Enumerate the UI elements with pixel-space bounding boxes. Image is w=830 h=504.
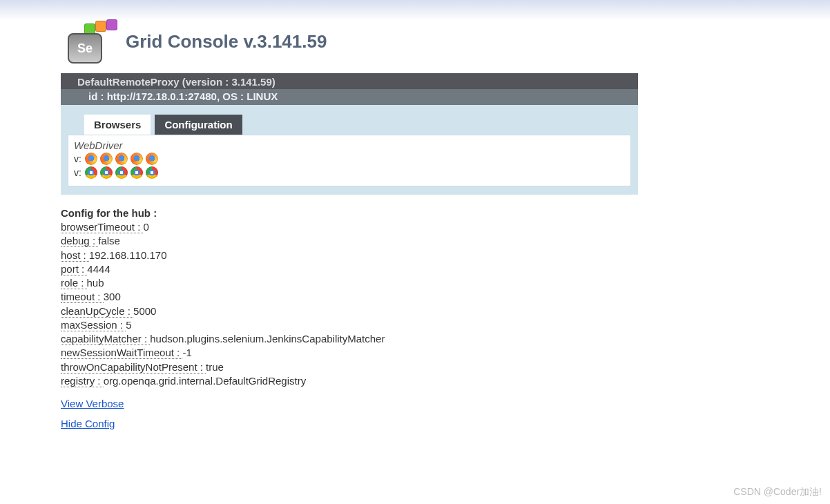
- webdriver-label: WebDriver: [74, 139, 625, 151]
- links: View Verbose Hide Config: [61, 398, 820, 429]
- browser-row: v:: [74, 153, 625, 165]
- config-line: throwOnCapabilityNotPresent : true: [61, 360, 820, 374]
- firefox-icon[interactable]: [85, 153, 97, 165]
- config-line: host : 192.168.110.170: [61, 249, 820, 262]
- chrome-icon[interactable]: [100, 166, 113, 179]
- proxy-header-name: DefaultRemoteProxy (version : 3.141.59): [61, 73, 638, 89]
- config-line: capabilityMatcher : hudson.plugins.selen…: [61, 332, 820, 346]
- config-line: debug : false: [61, 234, 820, 248]
- config-line: newSessionWaitTimeout : -1: [61, 346, 820, 360]
- config-value: 4444: [87, 263, 110, 275]
- header: Se Grid Console v.3.141.59: [61, 0, 820, 73]
- hub-config-section: Config for the hub : browserTimeout : 0d…: [61, 207, 820, 388]
- config-line: cleanUpCycle : 5000: [61, 304, 820, 318]
- config-value: 5000: [133, 305, 156, 317]
- logo-box: Se: [68, 33, 102, 64]
- config-key: timeout :: [61, 291, 104, 303]
- config-key: registry :: [61, 375, 104, 387]
- chrome-icon[interactable]: [115, 166, 128, 179]
- firefox-icon[interactable]: [100, 153, 113, 165]
- proxy-block: DefaultRemoteProxy (version : 3.141.59) …: [61, 73, 638, 195]
- config-value: 192.168.110.170: [89, 249, 167, 261]
- page: Se Grid Console v.3.141.59 DefaultRemote…: [61, 0, 820, 429]
- config-line: browserTimeout : 0: [61, 220, 820, 234]
- chrome-icon[interactable]: [131, 166, 143, 179]
- config-key: capabilityMatcher :: [61, 333, 150, 345]
- browsers-panel: WebDriver v:v:: [68, 135, 631, 186]
- config-key: host :: [61, 249, 89, 262]
- config-value: -1: [182, 347, 191, 358]
- tab-bar: Browsers Configuration: [61, 105, 638, 135]
- config-key: newSessionWaitTimeout :: [61, 347, 182, 359]
- logo-square-orange: [95, 21, 106, 32]
- hub-config-title: Config for the hub :: [61, 207, 820, 219]
- config-line: port : 4444: [61, 262, 820, 276]
- selenium-logo-icon: Se: [68, 19, 112, 64]
- config-key: throwOnCapabilityNotPresent :: [61, 361, 206, 374]
- browser-version-label: v:: [74, 167, 81, 178]
- page-title: Grid Console v.3.141.59: [126, 31, 327, 52]
- config-value: 5: [126, 319, 131, 331]
- proxy-header-id: id : http://172.18.0.1:27480, OS : LINUX: [61, 89, 638, 105]
- config-line: timeout : 300: [61, 290, 820, 304]
- config-key: browserTimeout :: [61, 221, 143, 233]
- logo-square-purple: [106, 19, 117, 30]
- chrome-icon[interactable]: [146, 166, 158, 179]
- tab-configuration[interactable]: Configuration: [155, 115, 242, 135]
- config-value: 300: [104, 291, 121, 302]
- hide-config-link[interactable]: Hide Config: [61, 418, 820, 429]
- config-key: maxSession :: [61, 319, 126, 331]
- config-line: maxSession : 5: [61, 318, 820, 332]
- config-value: hub: [87, 277, 104, 289]
- config-line: role : hub: [61, 276, 820, 290]
- config-key: cleanUpCycle :: [61, 305, 133, 318]
- config-value: hudson.plugins.selenium.JenkinsCapabilit…: [150, 333, 385, 345]
- chrome-icon[interactable]: [85, 166, 97, 179]
- firefox-icon[interactable]: [131, 153, 143, 165]
- config-key: port :: [61, 263, 87, 275]
- config-key: role :: [61, 277, 87, 289]
- tab-browsers[interactable]: Browsers: [84, 115, 151, 135]
- config-value: true: [206, 361, 224, 373]
- config-value: org.openqa.grid.internal.DefaultGridRegi…: [104, 375, 307, 387]
- browser-version-label: v:: [74, 153, 81, 164]
- view-verbose-link[interactable]: View Verbose: [61, 398, 820, 409]
- browser-row: v:: [74, 166, 625, 179]
- config-key: debug :: [61, 235, 98, 247]
- config-line: registry : org.openqa.grid.internal.Defa…: [61, 374, 820, 388]
- firefox-icon[interactable]: [115, 153, 128, 165]
- config-value: false: [98, 235, 120, 246]
- config-value: 0: [143, 221, 148, 233]
- firefox-icon[interactable]: [146, 153, 158, 165]
